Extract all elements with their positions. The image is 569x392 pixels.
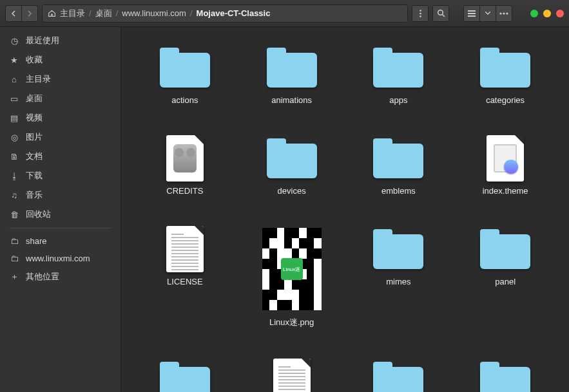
svg-point-1 xyxy=(420,12,421,14)
more-button[interactable] xyxy=(412,5,429,22)
path-segment-desktop[interactable]: 桌面 xyxy=(95,8,112,19)
file-item[interactable]: status xyxy=(345,357,452,392)
sidebar-item-label: 最近使用 xyxy=(26,35,59,46)
menu-button[interactable] xyxy=(496,5,512,22)
path-separator: / xyxy=(190,8,193,18)
file-label: mimes xyxy=(386,277,410,286)
sidebar-item-label: 收藏 xyxy=(26,54,43,66)
folder-icon xyxy=(160,53,210,88)
plus-icon: ＋ xyxy=(9,271,19,283)
file-item[interactable]: mimes xyxy=(345,224,452,331)
sidebar-item-documents[interactable]: 🗎 文档 xyxy=(0,147,121,166)
sidebar-item-recent[interactable]: ◷ 最近使用 xyxy=(0,31,121,50)
path-segment-home[interactable]: 主目录 xyxy=(60,8,85,19)
chevron-right-icon xyxy=(26,10,33,17)
kebab-icon xyxy=(420,10,421,17)
search-icon xyxy=(437,9,445,17)
text-file-icon xyxy=(166,226,204,272)
sidebar-item-other-locations[interactable]: ＋ 其他位置 xyxy=(0,267,121,286)
window-controls xyxy=(530,10,564,17)
sidebar-item-desktop[interactable]: ▭ 桌面 xyxy=(0,89,121,108)
view-list-button[interactable] xyxy=(463,5,480,22)
file-item[interactable]: index.theme xyxy=(452,133,559,198)
path-separator: / xyxy=(116,8,119,18)
file-label: LICENSE xyxy=(167,277,203,286)
file-item[interactable]: panel xyxy=(452,224,559,331)
camera-icon: ◎ xyxy=(9,133,19,142)
toolbar: 主目录 / 桌面 / www.linuxmi.com / Mojave-CT-C… xyxy=(0,0,569,27)
sidebar-item-label: 桌面 xyxy=(26,93,43,104)
theme-file-icon xyxy=(487,135,524,182)
svg-line-4 xyxy=(442,15,445,17)
sidebar-item-label: 其他位置 xyxy=(26,271,59,283)
folder-icon: 🗀 xyxy=(9,254,19,263)
file-item[interactable]: apps xyxy=(345,42,452,107)
view-dropdown-button[interactable] xyxy=(479,5,496,22)
window-close-button[interactable] xyxy=(556,10,564,17)
file-item[interactable]: LICENSE xyxy=(131,224,238,331)
sidebar-item-share[interactable]: 🗀 share xyxy=(0,232,121,250)
file-label: emblems xyxy=(381,186,416,196)
svg-point-0 xyxy=(420,10,421,12)
text-file-icon xyxy=(273,359,311,392)
file-label: categories xyxy=(486,95,525,105)
sidebar-item-pictures[interactable]: ◎ 图片 xyxy=(0,127,121,147)
file-item[interactable]: actions xyxy=(131,42,238,107)
svg-point-2 xyxy=(420,15,421,17)
sidebar-item-label: 下载 xyxy=(26,170,43,182)
sidebar-separator xyxy=(9,228,111,229)
path-segment-current[interactable]: Mojave-CT-Classic xyxy=(197,8,271,18)
svg-point-10 xyxy=(506,12,508,14)
clock-icon: ◷ xyxy=(9,36,19,46)
search-button[interactable] xyxy=(432,5,449,22)
file-item[interactable]: places xyxy=(131,357,238,392)
sidebar-item-linuxmi[interactable]: 🗀 www.linuxmi.com xyxy=(0,250,121,267)
sidebar-item-music[interactable]: ♫ 音乐 xyxy=(0,185,121,205)
sidebar-item-trash[interactable]: 🗑 回收站 xyxy=(0,205,121,224)
file-item[interactable]: categories xyxy=(452,42,559,107)
chevron-left-icon xyxy=(10,10,17,17)
folder-icon xyxy=(480,234,530,269)
list-icon xyxy=(468,10,476,17)
file-label: apps xyxy=(389,95,407,105)
sidebar-item-label: share xyxy=(26,236,47,246)
file-item[interactable]: animations xyxy=(238,42,345,107)
file-item[interactable]: Linux迷Linux迷.png xyxy=(238,224,345,331)
sidebar-item-home[interactable]: ⌂ 主目录 xyxy=(0,70,121,89)
sidebar-item-label: 音乐 xyxy=(26,189,43,201)
qr-center-badge: Linux迷 xyxy=(281,258,303,280)
file-item[interactable]: stock xyxy=(452,357,559,392)
window-minimize-button[interactable] xyxy=(530,10,538,17)
path-segment-link[interactable]: www.linuxmi.com xyxy=(122,8,186,18)
folder-icon xyxy=(373,234,423,269)
credits-file-icon xyxy=(166,135,204,182)
sidebar-item-label: 图片 xyxy=(26,131,43,143)
file-label: Linux迷.png xyxy=(269,317,314,328)
svg-rect-5 xyxy=(468,10,476,12)
file-item[interactable]: README.md xyxy=(238,357,345,392)
folder-icon xyxy=(373,367,423,392)
path-bar[interactable]: 主目录 / 桌面 / www.linuxmi.com / Mojave-CT-C… xyxy=(42,5,408,23)
sidebar-item-downloads[interactable]: ⭳ 下载 xyxy=(0,166,121,185)
music-icon: ♫ xyxy=(9,191,19,200)
svg-rect-6 xyxy=(468,13,476,14)
sidebar-item-favorites[interactable]: ★ 收藏 xyxy=(0,50,121,70)
download-icon: ⭳ xyxy=(9,171,19,181)
window-maximize-button[interactable] xyxy=(543,10,551,17)
file-item[interactable]: emblems xyxy=(345,133,452,198)
ellipsis-icon xyxy=(499,12,508,15)
folder-icon: 🗀 xyxy=(9,236,19,246)
nav-back-button[interactable] xyxy=(5,5,22,22)
folder-icon xyxy=(480,53,530,88)
nav-forward-button[interactable] xyxy=(21,5,38,22)
svg-rect-7 xyxy=(468,15,476,17)
svg-point-9 xyxy=(503,12,505,14)
file-label: index.theme xyxy=(483,186,528,196)
sidebar-item-videos[interactable]: ▤ 视频 xyxy=(0,108,121,127)
file-label: panel xyxy=(495,277,516,286)
file-item[interactable]: devices xyxy=(238,133,345,198)
file-item[interactable]: CREDITS xyxy=(131,133,238,198)
file-label: animations xyxy=(271,95,312,105)
svg-point-3 xyxy=(438,10,443,15)
file-label: devices xyxy=(278,186,306,196)
